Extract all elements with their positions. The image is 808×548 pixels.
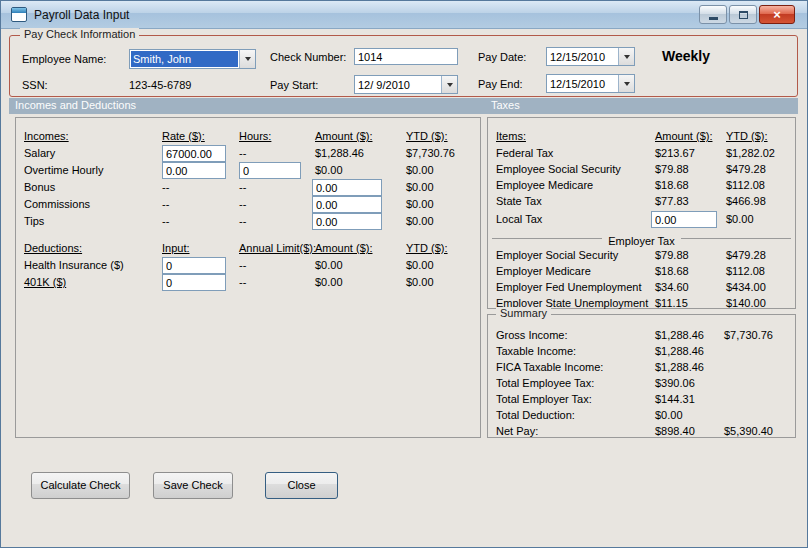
income-row-overtime: Overtime Hourly $0.00 $0.00 — [16, 164, 480, 180]
pay-start-select[interactable]: 12/ 9/2010 — [354, 75, 458, 94]
close-button[interactable]: × — [759, 5, 795, 24]
annual-limit-col-header: Annual Limit($): — [239, 242, 316, 254]
incomes-col-header: Incomes: — [24, 130, 69, 142]
income-ytd: $0.00 — [406, 198, 434, 210]
income-name: Salary — [24, 147, 55, 159]
pay-end-select[interactable]: 12/15/2010 — [546, 74, 635, 93]
income-rate: -- — [162, 215, 169, 227]
ssn-value: 123-45-6789 — [129, 79, 191, 91]
tax-row-employer-medicare: Employer Medicare $18.68 $112.08 — [488, 265, 795, 281]
income-amount: $0.00 — [315, 164, 343, 176]
401k-input[interactable] — [162, 274, 226, 291]
tax-row-employer-fed-unemployment: Employer Fed Unemployment $34.60 $434.00 — [488, 281, 795, 297]
employee-name-label: Employee Name: — [22, 53, 106, 65]
overtime-rate-input[interactable] — [162, 162, 226, 179]
summary-value: $898.40 — [655, 425, 695, 437]
pay-date-value: 12/15/2010 — [547, 48, 618, 65]
tax-item: Employer Medicare — [496, 265, 591, 277]
deduction-limit: -- — [239, 259, 246, 271]
summary-label: Gross Income: — [496, 329, 568, 341]
tax-ytd: $434.00 — [726, 281, 766, 293]
deduction-name: Health Insurance ($) — [24, 259, 124, 271]
income-rate: -- — [162, 198, 169, 210]
summary-value: $390.06 — [655, 377, 695, 389]
tax-amount: $18.68 — [655, 179, 689, 191]
app-icon — [11, 7, 27, 22]
deduction-ytd: $0.00 — [406, 259, 434, 271]
pay-date-dropdown-arrow-icon[interactable] — [618, 48, 634, 65]
income-hours: -- — [239, 198, 246, 210]
overtime-hours-input[interactable] — [239, 162, 301, 179]
health-insurance-input[interactable] — [162, 257, 226, 274]
tax-ytd: $479.28 — [726, 163, 766, 175]
tax-row-state: State Tax $77.83 $466.98 — [488, 195, 795, 211]
bonus-amount-input[interactable] — [312, 179, 382, 196]
deduction-row-health-insurance: Health Insurance ($) -- $0.00 $0.00 — [16, 259, 480, 275]
summary-row-taxable: Taxable Income: $1,288.46 — [488, 345, 795, 361]
income-row-commissions: Commissions -- -- $0.00 — [16, 198, 480, 214]
income-ytd: $7,730.76 — [406, 147, 455, 159]
employee-dropdown-arrow-icon[interactable] — [239, 50, 255, 68]
pay-start-dropdown-arrow-icon[interactable] — [441, 76, 457, 93]
tax-item: Employer Social Security — [496, 249, 618, 261]
tax-row-employer-ss: Employer Social Security $79.88 $479.28 — [488, 249, 795, 265]
income-name: Commissions — [24, 198, 90, 210]
income-amount: $1,288.46 — [315, 147, 364, 159]
tax-amount: $34.60 — [655, 281, 689, 293]
income-ytd: $0.00 — [406, 164, 434, 176]
deduction-limit: -- — [239, 276, 246, 288]
income-row-bonus: Bonus -- -- $0.00 — [16, 181, 480, 197]
deduction-401k-link[interactable]: 401K ($) — [24, 276, 66, 288]
tax-amount: $77.83 — [655, 195, 689, 207]
summary-row-employee-tax: Total Employee Tax: $390.06 — [488, 377, 795, 393]
check-number-input[interactable] — [354, 48, 458, 65]
commissions-amount-input[interactable] — [312, 196, 382, 213]
income-hours: -- — [239, 147, 246, 159]
minimize-button[interactable] — [699, 5, 727, 24]
employer-tax-header: Employer Tax — [602, 235, 680, 247]
summary-value: $1,288.46 — [655, 329, 704, 341]
summary-row-deduction: Total Deduction: $0.00 — [488, 409, 795, 425]
tax-item: Employee Medicare — [496, 179, 593, 191]
tax-item: Federal Tax — [496, 147, 553, 159]
tax-amount: $11.15 — [655, 297, 688, 309]
paycheck-info-group: Pay Check Information Employee Name: Smi… — [9, 35, 798, 97]
close-dialog-button[interactable]: Close — [265, 472, 338, 499]
titlebar[interactable]: Payroll Data Input × — [1, 1, 807, 29]
window-title: Payroll Data Input — [34, 8, 129, 22]
local-tax-input[interactable] — [651, 211, 717, 228]
tax-item: Employee Social Security — [496, 163, 621, 175]
taxes-header-row: Items: Amount ($): YTD ($): — [488, 130, 795, 146]
deductions-header-row: Deductions: Input: Annual Limit($): Amou… — [16, 242, 480, 258]
taxes-section-header: Taxes — [491, 99, 520, 111]
income-name: Overtime Hourly — [24, 164, 103, 176]
amount-col-header: Amount ($): — [315, 130, 372, 142]
pay-end-value: 12/15/2010 — [547, 75, 618, 92]
maximize-button[interactable] — [729, 5, 757, 24]
pay-date-select[interactable]: 12/15/2010 — [546, 47, 635, 66]
tax-item: Local Tax — [496, 213, 542, 225]
amount-col-header: Amount ($): — [655, 130, 712, 142]
tax-row-local: Local Tax $0.00 — [488, 213, 795, 229]
taxes-panel: Items: Amount ($): YTD ($): Federal Tax … — [487, 117, 796, 309]
tax-item: State Tax — [496, 195, 542, 207]
deduction-row-401k: 401K ($) -- $0.00 $0.00 — [16, 276, 480, 292]
calculate-check-button[interactable]: Calculate Check — [31, 472, 130, 499]
deduction-ytd: $0.00 — [406, 276, 434, 288]
tax-item: Employer Fed Unemployment — [496, 281, 642, 293]
pay-date-label: Pay Date: — [478, 51, 526, 63]
tips-amount-input[interactable] — [312, 213, 382, 230]
summary-label: Total Employee Tax: — [496, 377, 594, 389]
pay-end-dropdown-arrow-icon[interactable] — [618, 75, 634, 92]
summary-label: Total Deduction: — [496, 409, 575, 421]
pay-end-label: Pay End: — [478, 78, 523, 90]
employee-name-select[interactable]: Smith, John — [129, 49, 256, 69]
amount-col-header: Amount ($): — [315, 242, 372, 254]
payroll-data-input-window: Payroll Data Input × Pay Check Informati… — [0, 0, 808, 548]
tax-row-federal: Federal Tax $213.67 $1,282.02 — [488, 147, 795, 163]
summary-value: $1,288.46 — [655, 345, 704, 357]
pay-start-label: Pay Start: — [270, 79, 318, 91]
tax-amount: $79.88 — [655, 249, 689, 261]
salary-rate-input[interactable] — [162, 145, 226, 162]
save-check-button[interactable]: Save Check — [153, 472, 233, 499]
